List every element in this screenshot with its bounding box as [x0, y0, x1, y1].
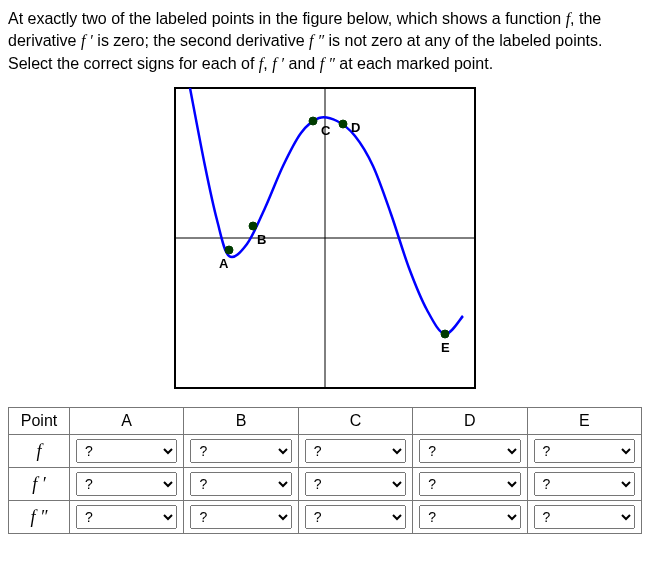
sign-select[interactable]: ?: [534, 472, 635, 496]
svg-point-12: [441, 330, 449, 338]
answer-cell: ?: [70, 501, 184, 534]
svg-text:C: C: [321, 123, 331, 138]
sign-select[interactable]: ?: [190, 472, 291, 496]
sign-select[interactable]: ?: [419, 505, 520, 529]
answer-cell: ?: [298, 501, 412, 534]
sign-select[interactable]: ?: [305, 505, 406, 529]
math-fprime: f ′: [272, 55, 284, 72]
sign-select[interactable]: ?: [305, 472, 406, 496]
answer-cell: ?: [70, 435, 184, 468]
sign-select[interactable]: ?: [76, 505, 177, 529]
answer-cell: ?: [298, 468, 412, 501]
sign-select[interactable]: ?: [534, 505, 635, 529]
prompt-text: at each marked point.: [335, 55, 493, 72]
sign-select[interactable]: ?: [305, 439, 406, 463]
answer-cell: ?: [184, 468, 298, 501]
sign-select[interactable]: ?: [190, 439, 291, 463]
answer-cell: ?: [527, 468, 641, 501]
svg-text:D: D: [351, 120, 360, 135]
sign-select[interactable]: ?: [419, 439, 520, 463]
sign-select[interactable]: ?: [190, 505, 291, 529]
answer-cell: ?: [413, 435, 527, 468]
svg-text:B: B: [257, 232, 266, 247]
function-graph: ABCDE: [174, 87, 476, 389]
answer-table: Point A B C D E f?????f ′?????f ″?????: [8, 407, 642, 534]
answer-cell: ?: [527, 501, 641, 534]
svg-text:A: A: [219, 256, 229, 271]
svg-point-6: [249, 222, 257, 230]
svg-point-10: [339, 120, 347, 128]
math-fdoubleprime: f ″: [309, 32, 324, 49]
table-row: f?????: [9, 435, 642, 468]
header-col-D: D: [413, 408, 527, 435]
math-fdoubleprime: f ″: [320, 55, 335, 72]
header-point: Point: [9, 408, 70, 435]
prompt-text: and: [284, 55, 320, 72]
answer-cell: ?: [70, 468, 184, 501]
svg-point-8: [309, 117, 317, 125]
answer-cell: ?: [184, 501, 298, 534]
header-col-C: C: [298, 408, 412, 435]
sign-select[interactable]: ?: [76, 472, 177, 496]
answer-cell: ?: [527, 435, 641, 468]
sign-select[interactable]: ?: [534, 439, 635, 463]
table-row: f ″?????: [9, 501, 642, 534]
answer-cell: ?: [184, 435, 298, 468]
header-col-A: A: [70, 408, 184, 435]
table-row: f ′?????: [9, 468, 642, 501]
row-header: f: [9, 435, 70, 468]
svg-point-4: [225, 246, 233, 254]
graph-container: ABCDE: [8, 87, 642, 393]
prompt-text: ,: [263, 55, 272, 72]
row-header: f ″: [9, 501, 70, 534]
answer-cell: ?: [413, 501, 527, 534]
answer-cell: ?: [413, 468, 527, 501]
prompt-text: At exactly two of the labeled points in …: [8, 10, 566, 27]
question-prompt: At exactly two of the labeled points in …: [8, 8, 642, 75]
sign-select[interactable]: ?: [76, 439, 177, 463]
answer-cell: ?: [298, 435, 412, 468]
prompt-text: is zero; the second derivative: [93, 32, 309, 49]
header-col-E: E: [527, 408, 641, 435]
svg-text:E: E: [441, 340, 450, 355]
sign-select[interactable]: ?: [419, 472, 520, 496]
row-header: f ′: [9, 468, 70, 501]
header-col-B: B: [184, 408, 298, 435]
math-fprime: f ′: [81, 32, 93, 49]
